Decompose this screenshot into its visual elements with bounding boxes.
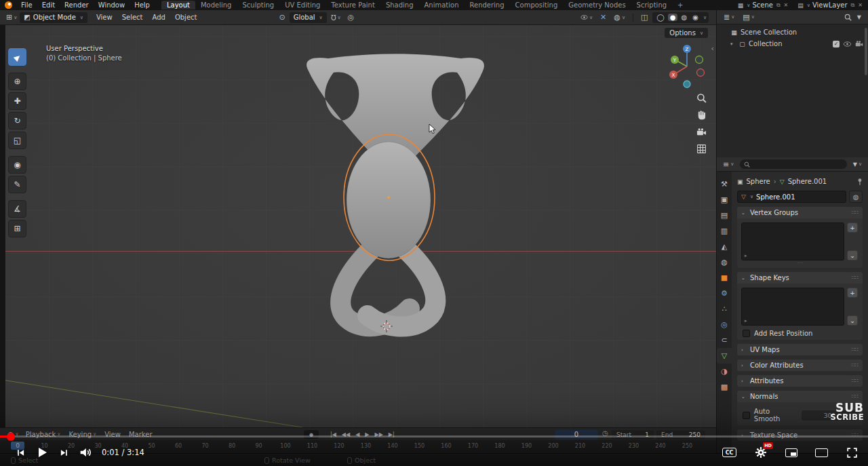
shading-solid-icon[interactable]: ● <box>668 14 678 21</box>
tool-button[interactable]: ▶ <box>8 48 26 66</box>
editor-type-selector[interactable]: ⊞∨ <box>3 13 20 22</box>
viewport-menu-item[interactable]: Select <box>117 14 148 21</box>
mesh-name-field[interactable]: ▽ ∨ Sphere.001 <box>737 191 846 203</box>
workspace-tab[interactable]: Compositing <box>510 1 564 9</box>
frame-end-field[interactable]: End 250 <box>656 430 705 440</box>
section-uv-maps[interactable]: › UV Maps ∷∷ <box>737 344 863 355</box>
workspace-tab[interactable]: UV Editing <box>279 1 326 9</box>
workspace-tab[interactable]: Geometry Nodes <box>563 1 631 9</box>
properties-search-input[interactable] <box>740 159 846 169</box>
viewlayer-selector[interactable]: ▤∨ ViewLayer ⧉ ✕ <box>797 1 863 9</box>
shape-keys-list[interactable]: ▸ <box>741 288 844 326</box>
workspace-tab[interactable]: Layout <box>161 1 195 9</box>
collection-checkbox[interactable]: ✓ <box>833 41 840 47</box>
properties-tab[interactable]: ▤ <box>717 208 732 223</box>
remove-viewlayer-icon[interactable]: ✕ <box>858 2 863 8</box>
outliner-editor-icon[interactable]: ≣∨ <box>721 13 737 22</box>
workspace-tab[interactable]: Rendering <box>464 1 509 9</box>
tool-button[interactable]: ◱ <box>8 132 26 149</box>
shading-rendered-icon[interactable]: ◉ <box>690 14 701 21</box>
blender-logo-icon[interactable] <box>5 1 12 9</box>
properties-tab[interactable]: ⚒ <box>717 176 732 192</box>
tool-button[interactable]: ∡ <box>8 200 26 218</box>
show-gizmo-icon[interactable]: ✕ <box>597 13 609 22</box>
viewport-menu-item[interactable]: Object <box>170 14 202 21</box>
shading-material-icon[interactable]: ◍ <box>679 14 689 21</box>
workspace-tab[interactable]: Sculpting <box>237 1 279 9</box>
add-vertex-group-button[interactable]: + <box>847 222 858 233</box>
settings-gear-button[interactable]: HD <box>754 446 768 459</box>
shading-wireframe-icon[interactable]: ◯ <box>654 14 666 21</box>
list-filter-expand-icon[interactable]: ▸ <box>745 253 747 258</box>
show-overlays-icon[interactable]: ◍∨ <box>611 13 628 22</box>
sidebar-collapse-arrow[interactable]: ‹ <box>711 44 714 53</box>
properties-tab[interactable]: ◎ <box>717 317 732 332</box>
current-frame-field[interactable]: 0 <box>555 430 598 440</box>
breadcrumb-data[interactable]: Sphere.001 <box>788 178 827 185</box>
zoom-icon[interactable] <box>696 93 707 103</box>
tool-button[interactable]: ⊞ <box>8 220 26 237</box>
mode-dropdown[interactable]: ◩ Object Mode ∨ <box>20 12 87 23</box>
transform-orientation-dropdown[interactable]: Global ∨ <box>290 12 327 23</box>
topbar-menu-item[interactable]: File <box>16 1 37 9</box>
hide-in-viewport-eye-icon[interactable] <box>843 41 852 47</box>
tool-button[interactable]: ⊕ <box>8 73 26 90</box>
auto-keying-button[interactable]: ● <box>304 430 319 439</box>
properties-editor-icon[interactable]: ≡∨ <box>720 160 736 169</box>
section-attributes[interactable]: › Attributes ∷∷ <box>737 375 863 387</box>
properties-tab[interactable]: ◭ <box>717 239 732 254</box>
section-color-attributes[interactable]: › Color Attributes ∷∷ <box>737 360 863 371</box>
proportional-editing-icon[interactable]: ◎ <box>345 13 357 22</box>
xray-toggle-icon[interactable]: ◫ <box>638 13 650 22</box>
next-video-button[interactable] <box>53 442 75 463</box>
subtitles-cc-button[interactable]: CC <box>722 448 736 457</box>
section-shape-keys[interactable]: ⌄ Shape Keys ∷∷ <box>737 272 863 284</box>
viewport-menu-item[interactable]: View <box>92 14 117 21</box>
section-vertex-groups[interactable]: ⌄ Vertex Groups ∷∷ <box>737 207 863 218</box>
new-viewlayer-icon[interactable]: ⧉ <box>851 2 855 9</box>
outliner-filter-icon[interactable]: ▼ <box>854 14 864 20</box>
vertex-group-specials-button[interactable]: ⌄ <box>847 250 858 260</box>
tool-button[interactable]: ◉ <box>8 156 26 174</box>
workspace-tab[interactable]: Scripting <box>631 1 672 9</box>
outliner-search-icon[interactable] <box>844 14 852 21</box>
snap-magnet-icon[interactable]: Ω∨ <box>328 14 344 21</box>
camera-view-icon[interactable] <box>696 127 707 137</box>
properties-tab[interactable]: ▽ <box>717 348 732 364</box>
properties-filter-icon[interactable]: ▼∨ <box>850 161 865 168</box>
miniplayer-button[interactable] <box>785 448 797 457</box>
workspace-tab[interactable]: Modeling <box>195 1 237 9</box>
tool-button[interactable]: ✎ <box>8 176 26 193</box>
pan-hand-icon[interactable] <box>696 110 707 120</box>
list-filter-expand-icon[interactable]: ▸ <box>745 318 747 324</box>
topbar-menu-item[interactable]: Edit <box>37 1 60 9</box>
previous-video-button[interactable] <box>9 442 31 463</box>
outliner-row[interactable]: ▾ ▢ Collection ✓ <box>717 38 868 50</box>
viewport-menu-item[interactable]: Add <box>148 14 170 21</box>
topbar-menu-item[interactable]: Help <box>130 1 155 9</box>
options-dropdown[interactable]: Options ∨ <box>665 28 708 38</box>
toggle-orthographic-grid-icon[interactable] <box>696 144 707 154</box>
resize-grip[interactable]: ⋯ <box>741 260 859 267</box>
properties-tab[interactable]: ■ <box>717 270 732 286</box>
workspace-tab[interactable]: Shading <box>380 1 419 9</box>
workspace-tab[interactable]: Animation <box>419 1 465 9</box>
properties-tab[interactable]: ◑ <box>717 364 732 379</box>
outliner-row[interactable]: ▦ Scene Collection ✓ <box>717 26 868 38</box>
theater-mode-button[interactable] <box>815 448 828 457</box>
add-shape-key-button[interactable]: + <box>847 288 858 298</box>
tool-button[interactable]: ✚ <box>8 92 26 110</box>
add-rest-position-checkbox[interactable] <box>743 330 750 337</box>
tool-button[interactable]: ↻ <box>8 112 26 130</box>
properties-tab[interactable]: ∴ <box>717 301 732 317</box>
disable-in-renders-camera-icon[interactable] <box>855 41 863 47</box>
auto-smooth-checkbox[interactable] <box>743 412 750 419</box>
workspace-tab[interactable]: Texture Paint <box>326 1 380 9</box>
properties-tab[interactable]: ⚙ <box>717 286 732 301</box>
properties-tab[interactable]: ▥ <box>717 223 732 239</box>
pin-icon[interactable] <box>857 178 863 186</box>
expand-toggle-icon[interactable]: ▾ <box>730 41 738 47</box>
topbar-menu-item[interactable]: Window <box>94 1 130 9</box>
properties-tab[interactable]: ◍ <box>717 254 732 270</box>
play-video-button[interactable] <box>31 442 53 463</box>
